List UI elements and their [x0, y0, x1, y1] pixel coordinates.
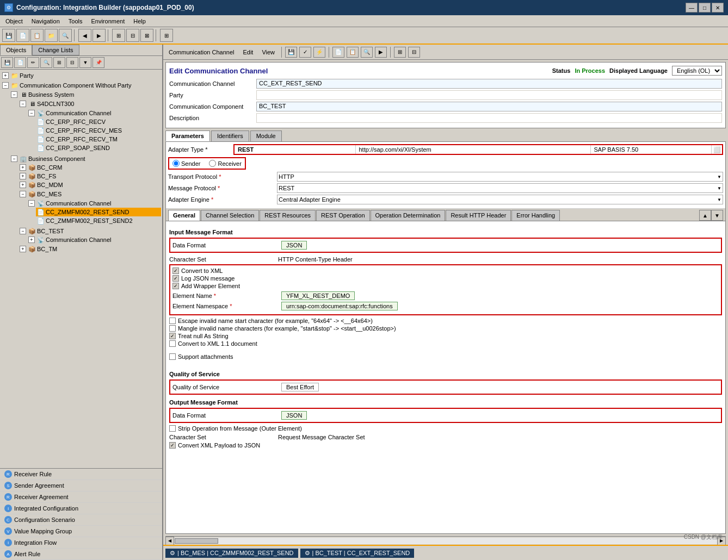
cb-support-attachments[interactable]	[169, 353, 176, 360]
right-tool-btn5[interactable]: ⊞	[394, 47, 406, 58]
expand-biz-sys[interactable]: −	[11, 91, 17, 98]
bottom-item-receiver-rule[interactable]: R Receiver Rule	[0, 469, 162, 480]
expand-biz-comp[interactable]: −	[11, 155, 17, 162]
tree-row-cc-zmmfm2[interactable]: 📄 CC_ZMMFM002_REST_SEND2	[36, 216, 161, 225]
cb-convert-xml-11[interactable]	[169, 340, 176, 347]
status-item-bc-mes[interactable]: ⚙ | BC_MES | CC_ZMMFM002_REST_SEND	[165, 549, 298, 558]
expand-bc-crm[interactable]: +	[20, 164, 26, 171]
expand-bc-test-cc[interactable]: +	[28, 237, 35, 243]
expand-bc-mes[interactable]: −	[20, 191, 26, 197]
menu-object[interactable]: Object	[2, 17, 26, 26]
select-adapter-engine[interactable]: Central Adapter Engine ▼	[277, 195, 723, 204]
inner-tab-error-handling[interactable]: Error Handling	[511, 210, 560, 221]
tree-row-bc-tm[interactable]: + 📦 BC_TM	[18, 245, 161, 253]
expand-cc-grp[interactable]: −	[28, 110, 35, 116]
bottom-item-config-scenario[interactable]: C Configuration Scenario	[0, 514, 162, 526]
window-controls[interactable]: — □ ✕	[686, 3, 724, 13]
cb-convert-xml[interactable]: ✓	[172, 267, 179, 274]
cb-escape[interactable]	[169, 318, 176, 324]
cb-treat-null[interactable]: ✓	[169, 333, 176, 339]
tree-row-cc2[interactable]: 📄 CC_ERP_RFC_RECV_MES	[36, 126, 161, 135]
left-tool-filter[interactable]: ▼	[79, 57, 91, 68]
inner-tab-result-http[interactable]: Result HTTP Header	[446, 210, 511, 221]
expand-bc-mdm[interactable]: +	[20, 182, 26, 188]
left-tool-expand[interactable]: ⊞	[53, 57, 65, 68]
tab-module[interactable]: Module	[250, 130, 282, 141]
menu-tools[interactable]: Tools	[65, 17, 86, 26]
toolbar-btn-9[interactable]: ⊟	[126, 29, 139, 42]
toolbar-btn-10[interactable]: ⊠	[140, 29, 153, 42]
left-tool-edit[interactable]: ✏	[27, 57, 39, 68]
tree-row-bc-mes-cc[interactable]: − 📡 Communication Channel	[27, 199, 161, 208]
toolbar-btn-11[interactable]: ⊞	[160, 29, 173, 42]
tree-row-biz-sys[interactable]: − 🖥 Business System	[10, 90, 161, 99]
right-tool-btn4[interactable]: ▶	[375, 47, 387, 58]
toolbar-btn-4[interactable]: 📁	[45, 29, 58, 42]
toolbar-btn-5[interactable]: 🔍	[59, 29, 72, 42]
right-menu-comm-channel[interactable]: Communication Channel	[165, 48, 237, 57]
tree-row-bc-mes[interactable]: − 📦 BC_MES	[18, 190, 161, 198]
tree-row-cc-grp[interactable]: − 📡 Communication Channel	[27, 109, 161, 117]
menu-navigation[interactable]: Navigation	[28, 17, 63, 26]
expand-s4d[interactable]: −	[20, 101, 26, 107]
tab-parameters[interactable]: Parameters	[165, 130, 210, 141]
right-tool-btn6[interactable]: ⊟	[408, 47, 420, 58]
tree-row-bc-fs[interactable]: + 📦 BC_FS	[18, 172, 161, 181]
toolbar-btn-1[interactable]: 💾	[2, 29, 15, 42]
menu-help[interactable]: Help	[130, 17, 149, 26]
bottom-item-value-mapping[interactable]: V Value Mapping Group	[0, 526, 162, 537]
cb-convert-xml-payload[interactable]: ✓	[169, 442, 176, 449]
close-button[interactable]: ✕	[712, 3, 724, 13]
bottom-item-receiver-agreement[interactable]: R Receiver Agreement	[0, 491, 162, 503]
cb-mangle[interactable]	[169, 325, 176, 332]
tree-row-cc1[interactable]: 📄 CC_ERP_RFC_RECV	[36, 117, 161, 126]
toolbar-btn-3[interactable]: 📋	[30, 29, 44, 42]
maximize-button[interactable]: □	[699, 3, 711, 13]
right-menu-view[interactable]: View	[258, 48, 278, 57]
radio-receiver-input[interactable]	[209, 160, 216, 167]
menu-environment[interactable]: Environment	[88, 17, 128, 26]
toolbar-btn-6[interactable]: ◀	[78, 29, 91, 42]
expand-comm-comp[interactable]: −	[2, 82, 9, 89]
radio-sender-input[interactable]	[172, 160, 180, 167]
expand-bc-mes-cc[interactable]: −	[28, 200, 35, 207]
tree-row-bc-mdm[interactable]: + 📦 BC_MDM	[18, 181, 161, 189]
right-tool-save[interactable]: 💾	[285, 47, 297, 58]
tree-row-bc-crm[interactable]: + 📦 BC_CRM	[18, 163, 161, 172]
tree-row-cc4[interactable]: 📄 CC_ERP_SOAP_SEND	[36, 144, 161, 152]
radio-sender[interactable]: Sender	[172, 160, 200, 167]
tab-identifiers[interactable]: Identifiers	[211, 130, 249, 141]
inner-tab-rest-operation[interactable]: REST Operation	[316, 210, 370, 221]
status-item-bc-test[interactable]: ⚙ | BC_TEST | CC_EXT_REST_SEND	[300, 549, 415, 558]
right-tool-check[interactable]: ✓	[299, 47, 311, 58]
right-tool-btn3[interactable]: 🔍	[361, 47, 373, 58]
tree-row-biz-comp[interactable]: − 🏢 Business Component	[10, 154, 161, 163]
language-select[interactable]: English (OL)	[672, 66, 722, 76]
right-menu-edit[interactable]: Edit	[239, 48, 256, 57]
h-scroll-thumb[interactable]	[175, 538, 218, 544]
tree-row-bc-test-cc[interactable]: + 📡 Communication Channel	[27, 235, 161, 244]
bottom-item-integrated-config[interactable]: I Integrated Configuration	[0, 503, 162, 514]
tree-row-s4d[interactable]: − 🖥 S4DCLNT300	[18, 99, 161, 108]
tree-row-cc-zmmfm[interactable]: 📄 CC_ZMMFM002_REST_SEND	[36, 208, 161, 216]
right-tool-activate[interactable]: ⚡	[313, 47, 325, 58]
expand-bc-tm[interactable]: +	[20, 246, 26, 252]
tab-change-lists[interactable]: Change Lists	[32, 45, 79, 55]
cb-log-json[interactable]: ✓	[172, 275, 179, 282]
left-tool-collapse[interactable]: ⊟	[66, 57, 78, 68]
radio-receiver[interactable]: Receiver	[209, 160, 241, 167]
select-transport-protocol[interactable]: HTTP ▼	[277, 172, 723, 182]
tab-objects[interactable]: Objects	[0, 45, 32, 55]
tree-row-bc-test[interactable]: − 📦 BC_TEST	[18, 227, 161, 235]
inner-tab-general[interactable]: General	[168, 210, 200, 221]
toolbar-btn-7[interactable]: ▶	[92, 29, 106, 42]
right-tool-btn2[interactable]: 📋	[347, 47, 359, 58]
adapter-lookup-button[interactable]: ⬜	[711, 145, 722, 154]
cb-add-wrapper[interactable]: ✓	[172, 283, 179, 289]
toolbar-btn-2[interactable]: 📄	[16, 29, 29, 42]
left-tool-new[interactable]: 📄	[14, 57, 26, 68]
left-tool-save[interactable]: 💾	[1, 57, 13, 68]
inner-tab-channel-selection[interactable]: Channel Selection	[201, 210, 259, 221]
inner-tab-rest-resources[interactable]: REST Resources	[260, 210, 316, 221]
expand-party[interactable]: +	[2, 72, 9, 79]
